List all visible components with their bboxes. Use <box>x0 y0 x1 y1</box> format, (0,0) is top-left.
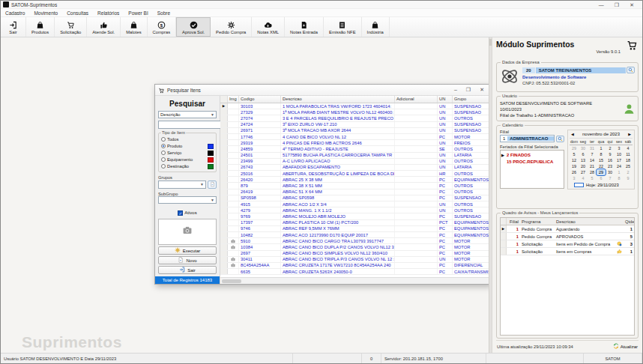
table-row[interactable]: 4915ABRAC ACO 1/2 X 3/4UNOUTROS <box>220 201 490 207</box>
toolbar-button-produtos[interactable]: Produtos <box>26 17 55 37</box>
novo-button[interactable]: Novo <box>158 256 217 264</box>
calendar-day[interactable]: 18 <box>624 157 633 163</box>
filial-search-button[interactable] <box>556 136 564 142</box>
toolbar-button-sair[interactable]: Sair <box>1 17 26 37</box>
table-row[interactable]: 269713ª MOLA TRACAO MB AXOR 2644UNSUSPEN… <box>220 128 490 134</box>
radio-option-produto[interactable]: Produto <box>161 143 214 150</box>
table-row[interactable]: 10384ABRAC CANO BICO DUPLA P/2 CANOS VOL… <box>220 244 490 250</box>
toolbar-button-pedido-compra[interactable]: Pedido Compra <box>211 17 252 37</box>
radio-button[interactable] <box>161 144 166 148</box>
calendar-day[interactable]: 14 <box>588 157 597 163</box>
calendar-day[interactable]: 9 <box>606 151 615 157</box>
column-header-descricao[interactable]: Descricao <box>281 96 395 103</box>
calendar-day[interactable]: 3 <box>570 175 579 181</box>
calendar-day[interactable]: 1 <box>597 145 606 151</box>
toolbar-button-malotes[interactable]: Malotes <box>121 17 147 37</box>
table-row[interactable]: 2697ABRAC CANO BICO SIMPLES VOLVO NL12 3… <box>220 251 490 257</box>
calendar-day[interactable]: 31 <box>588 145 597 151</box>
aviso-row[interactable]: 1Pedido CompraAPROVADOS5 <box>501 233 634 240</box>
feriado-item[interactable]: ▶2 FINADOS <box>501 152 563 159</box>
calendar-day[interactable]: 3 <box>615 145 624 151</box>
calendar-day[interactable]: 30 <box>606 169 615 175</box>
calendar-day[interactable]: 24 <box>615 163 624 169</box>
table-row[interactable]: 25016ABERTURA, DESOBSTRUÇÃO E LIMPEZA DE… <box>220 171 490 177</box>
sair-button[interactable]: Sair <box>158 266 217 274</box>
menu-item-movimento[interactable]: Movimento <box>29 10 62 16</box>
table-row[interactable]: 5910ABRAC CANO BICO CARGO TRA L30793 391… <box>220 238 490 244</box>
table-row[interactable]: 879ABRAC 38 X 51 MMPCOUTROS <box>220 183 490 189</box>
toolbar-button-compras[interactable]: $Compras <box>148 17 177 37</box>
table-row[interactable]: 248594º TERMO ADITIVO - REAJUSTESEOUTROS <box>220 146 490 152</box>
table-row[interactable]: 30411ABRAC CANO BICO TRIPLA P/3 CANOS VO… <box>220 257 490 263</box>
table-row[interactable]: ▶301031 MOLA PARABOLICA TRAS VW/FORD 172… <box>220 103 490 109</box>
radio-button[interactable] <box>161 137 166 142</box>
calendar-day[interactable]: 5 <box>588 175 597 181</box>
table-row[interactable]: 247243º EIXO ZURLO VW-17.210UNSUSPENSAO <box>220 122 490 128</box>
feriado-item[interactable]: 15 PROC.REPUBLICA <box>501 159 563 166</box>
table-row[interactable]: SP0598ABRAC SP0598PCSUSPENSAO <box>220 195 490 201</box>
filial-input[interactable]: 1 ADMINISTRACAO <box>500 135 555 142</box>
calendar-day[interactable]: 29 <box>597 169 606 175</box>
calendar-day[interactable]: 21 <box>588 163 597 169</box>
table-row[interactable]: 270743 E 4 PARCELAS REEQUILIBRIO E REAJU… <box>220 115 490 121</box>
calendar-day[interactable]: 19 <box>570 163 579 169</box>
menu-item-relatórios[interactable]: Relatórios <box>93 10 124 16</box>
radio-button[interactable] <box>161 157 166 162</box>
calendar-day[interactable]: 6 <box>597 175 606 181</box>
toolbar-button-aprova-sol-[interactable]: Aprova Sol. <box>176 17 211 37</box>
dialog-minimize-icon[interactable]: – <box>454 87 457 93</box>
calendar-day[interactable]: 30 <box>579 145 588 151</box>
dialog-maximize-icon[interactable]: ❐ <box>466 87 471 93</box>
minimize-icon[interactable]: — <box>599 2 604 7</box>
table-row[interactable]: 273291ª MOLA PARAB DIANT MESTRE VOLVO NL… <box>220 109 490 115</box>
table-row[interactable]: 2450151775890 BUCHA PLASTICA CARROCERIA … <box>220 153 490 159</box>
calendar-day[interactable]: 27 <box>579 169 588 175</box>
grupos-browse-button[interactable] <box>208 181 217 189</box>
today-label[interactable]: Hoje: 29/11/2023 <box>586 183 619 187</box>
table-row[interactable]: 17397ABRAC PLASTICA 10 CM (1) PCT/200PCT… <box>220 220 490 226</box>
menu-item-cadastro[interactable]: Cadastro <box>1 10 29 16</box>
calendar-day[interactable]: 13 <box>579 157 588 163</box>
radio-option-serviço[interactable]: Serviço <box>161 150 214 157</box>
calendar-day[interactable]: 15 <box>597 157 606 163</box>
aviso-row[interactable]: ▶1Pedido CompraAguardando1 <box>501 225 634 233</box>
calendar-day[interactable]: 4 <box>579 175 588 181</box>
calendar-day[interactable]: 17 <box>615 157 624 163</box>
radio-button[interactable] <box>161 164 166 169</box>
calendar-day[interactable]: 29 <box>570 145 579 151</box>
calendar-day[interactable]: 1 <box>615 169 624 175</box>
aviso-row[interactable]: 1SolicitaçãoItens em Compras1 <box>501 248 634 255</box>
ativos-checkbox[interactable]: ✓ <box>178 210 183 216</box>
calendar-day[interactable]: 4 <box>624 145 633 151</box>
calendar-day[interactable]: 7 <box>606 175 615 181</box>
calendar-day[interactable]: 12 <box>570 157 579 163</box>
radio-option-todos[interactable]: Todos <box>161 136 214 143</box>
toolbar-button-notas-xml[interactable]: Notas XML <box>252 17 285 37</box>
table-row[interactable]: 10482ABRAC ACO 12173990 D170 EQUIP 20017… <box>220 232 490 238</box>
table-row[interactable]: 293194 PINCAS DE FREIO MB ACTROS 2646UNF… <box>220 140 490 146</box>
horizontal-scrollbar[interactable] <box>220 277 490 284</box>
calendar-day[interactable]: 23 <box>606 163 615 169</box>
radio-button[interactable] <box>161 151 166 155</box>
maximize-icon[interactable]: ❐ <box>615 2 619 7</box>
toolbar-button-solicita-o[interactable]: Solicitação <box>55 17 87 37</box>
calendar-day[interactable]: 2 <box>624 169 633 175</box>
aviso-row[interactable]: 1SolicitaçãoItens em Pedido de Compra3 <box>501 240 634 248</box>
subgrupo-select[interactable]: ▼ <box>158 196 217 204</box>
table-row[interactable]: 177464 CANO DE BICO VOLVO NL 12PCMOTOR <box>220 134 490 140</box>
executar-button[interactable]: Executar <box>158 246 217 255</box>
calendar-day[interactable]: 7 <box>588 151 597 157</box>
calendar-day[interactable]: 16 <box>606 157 615 163</box>
table-row[interactable]: 23499A-C LIVRO APLICACAOUNOUTROS <box>220 159 490 165</box>
grupos-select[interactable]: ▼ <box>158 181 206 189</box>
toolbar-button-emiss-o-nfe[interactable]: Emissão NFE <box>324 17 361 37</box>
calendar-day[interactable]: 6 <box>579 151 588 157</box>
table-row[interactable]: 9769ABRAC MOLEJO ABR.MOLEJOPCSUSPENSAO <box>220 213 490 219</box>
calendar-day[interactable]: 22 <box>597 163 606 169</box>
toolbar-button-notas-entrada[interactable]: Notas Entrada <box>285 17 324 37</box>
calendar-day[interactable]: 10 <box>615 151 624 157</box>
calendar-day[interactable]: 9 <box>624 175 633 181</box>
menu-item-sobre[interactable]: Sobre <box>153 10 175 16</box>
column-header-un[interactable]: UN <box>438 96 453 103</box>
close-icon[interactable]: ✕ <box>630 2 634 7</box>
